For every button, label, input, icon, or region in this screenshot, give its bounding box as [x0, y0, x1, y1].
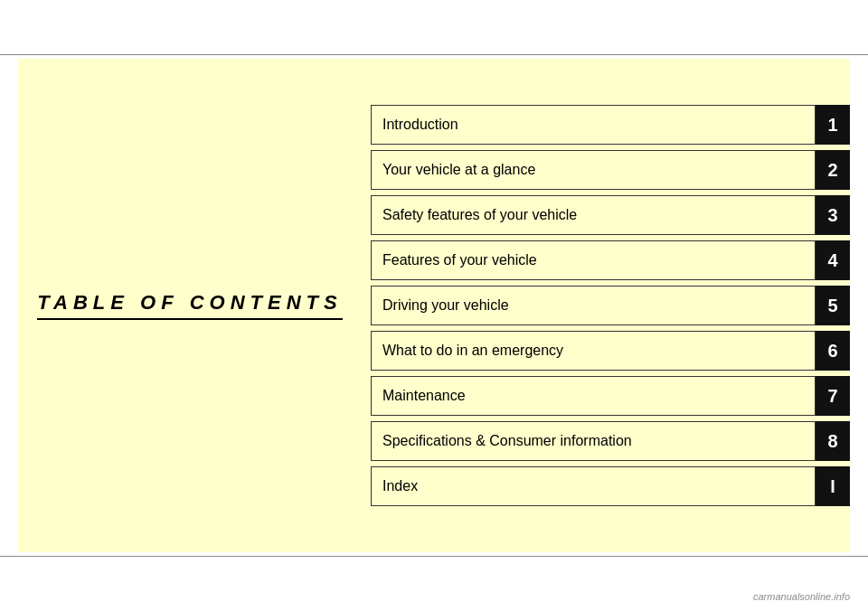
toc-row[interactable]: Features of your vehicle4 — [371, 240, 850, 280]
toc-item-number[interactable]: 8 — [816, 421, 850, 461]
toc-item-label: Features of your vehicle — [371, 240, 816, 280]
toc-item-number[interactable]: I — [816, 466, 850, 506]
toc-item-label: Your vehicle at a glance — [371, 150, 816, 190]
watermark: carmanualsonline.info — [753, 591, 850, 602]
toc-item-number[interactable]: 5 — [816, 286, 850, 325]
toc-row[interactable]: Driving your vehicle5 — [371, 286, 850, 325]
toc-row[interactable]: Your vehicle at a glance2 — [371, 150, 850, 190]
toc-item-label: Maintenance — [371, 376, 816, 416]
toc-item-number[interactable]: 6 — [816, 331, 850, 371]
toc-row[interactable]: Specifications & Consumer information8 — [371, 421, 850, 461]
toc-title: TABLE OF CONTENTS — [37, 291, 342, 320]
toc-item-number[interactable]: 3 — [816, 195, 850, 235]
toc-item-label: Introduction — [371, 105, 816, 145]
toc-row[interactable]: Maintenance7 — [371, 376, 850, 416]
toc-row[interactable]: IndexI — [371, 466, 850, 506]
toc-list: Introduction1Your vehicle at a glance2Sa… — [362, 59, 850, 552]
top-rule — [0, 54, 868, 55]
left-panel: TABLE OF CONTENTS — [18, 59, 362, 552]
toc-item-number[interactable]: 7 — [816, 376, 850, 416]
toc-item-label: Driving your vehicle — [371, 286, 816, 325]
toc-item-label: Specifications & Consumer information — [371, 421, 816, 461]
main-content: TABLE OF CONTENTS Introduction1Your vehi… — [18, 59, 850, 552]
toc-item-label: What to do in an emergency — [371, 331, 816, 371]
toc-item-number[interactable]: 2 — [816, 150, 850, 190]
toc-item-label: Index — [371, 466, 816, 506]
toc-item-label: Safety features of your vehicle — [371, 195, 816, 235]
toc-row[interactable]: Introduction1 — [371, 105, 850, 145]
toc-item-number[interactable]: 4 — [816, 240, 850, 280]
toc-row[interactable]: What to do in an emergency6 — [371, 331, 850, 371]
bottom-rule — [0, 556, 868, 557]
toc-row[interactable]: Safety features of your vehicle3 — [371, 195, 850, 235]
toc-item-number[interactable]: 1 — [816, 105, 850, 145]
